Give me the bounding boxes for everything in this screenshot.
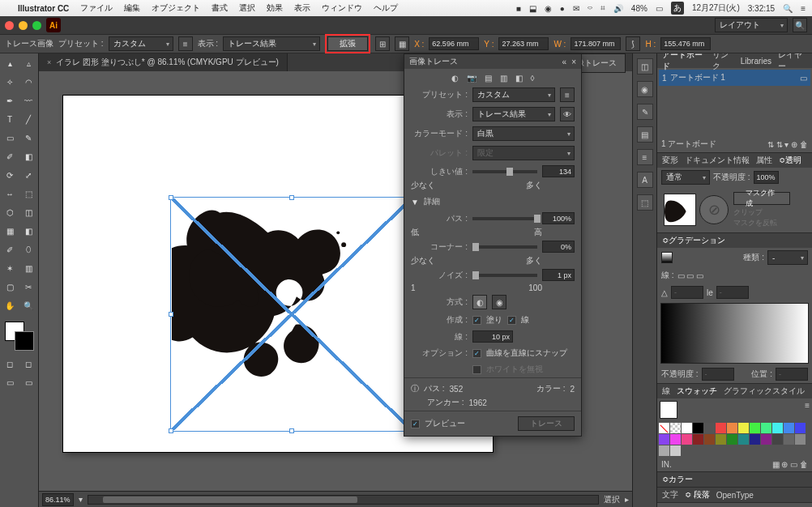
mail-icon[interactable]: ✉︎ (573, 4, 579, 13)
zoom-field[interactable]: 86.11% (42, 493, 74, 506)
menu-type[interactable]: 書式 (212, 2, 228, 14)
swatch-footer-icons[interactable]: ▦ ⊕ ▭ 🗑 (772, 460, 808, 469)
eraser-tool[interactable]: ◧ (19, 147, 37, 165)
tab-links[interactable]: リンク (712, 53, 734, 72)
zoom-tool[interactable]: 🔍 (19, 296, 37, 314)
draw-behind[interactable]: ◻ (19, 355, 37, 373)
menu-object[interactable]: オブジェクト (152, 2, 200, 14)
artboard-options-icon[interactable]: ▭ (800, 74, 807, 83)
line-icon[interactable]: ● (560, 4, 565, 13)
threshold-slider[interactable] (472, 170, 537, 173)
ignore-white-checkbox[interactable] (472, 365, 481, 374)
tab-transform[interactable]: 変形 (662, 155, 678, 166)
dropbox-icon[interactable]: ⬓ (529, 4, 536, 13)
rotate-tool[interactable]: ⟳ (1, 166, 19, 184)
preview-checkbox[interactable]: ✓ (411, 420, 420, 428)
preset-menu-icon[interactable]: ≡ (178, 36, 193, 51)
ctrl-preset-dropdown[interactable]: カスタム (109, 36, 173, 51)
strokes-checkbox[interactable]: ✓ (507, 316, 516, 325)
tab-transparency[interactable]: ≎透明 (779, 155, 801, 166)
paths-value[interactable]: 100% (542, 212, 575, 224)
cc-icon[interactable]: ◉ (545, 4, 552, 13)
menu-edit[interactable]: 編集 (124, 2, 140, 14)
gradient-tool[interactable]: ◧ (19, 222, 37, 240)
width-tool[interactable]: ↔ (1, 185, 19, 202)
scale-tool[interactable]: ⤢ (19, 166, 37, 184)
menu-help[interactable]: ヘルプ (374, 2, 398, 14)
blend-mode-dropdown[interactable]: 通常 (661, 170, 710, 185)
preset-low-icon[interactable]: ▤ (485, 74, 492, 83)
ref-point-icon[interactable]: ▦ (395, 36, 409, 51)
w-field[interactable]: 171.807 mm (571, 37, 621, 50)
direct-selection-tool[interactable]: ▵ (19, 54, 37, 72)
notifications-icon[interactable]: ≡ (801, 4, 806, 13)
detail-section[interactable]: 詳細 (424, 196, 440, 207)
tab-graphic-styles[interactable]: グラフィックスタイル (724, 386, 805, 397)
preset-auto-icon[interactable]: ◐ (451, 74, 459, 83)
tab-artboards[interactable]: アートボード (662, 53, 706, 72)
evernote-icon[interactable]: ■ (516, 4, 521, 13)
stroke-color[interactable] (15, 331, 34, 351)
workspace-dropdown[interactable]: レイアウト (715, 18, 788, 32)
x-field[interactable]: 62.596 mm (429, 37, 479, 50)
lasso-tool[interactable]: ◠ (19, 73, 37, 91)
artboard-reorder-icons[interactable]: ⇅ ⇅ ▾ ⊕ 🗑 (767, 140, 808, 149)
screen-mode[interactable]: ▭ (1, 373, 19, 391)
opacity-field[interactable]: 100% (754, 171, 779, 184)
dock-icon-3[interactable]: ✎ (637, 104, 653, 120)
paintbrush-tool[interactable]: ✎ (19, 129, 37, 147)
tab-gradient[interactable]: ≎グラデーション (662, 235, 725, 246)
tab-color[interactable]: ≎カラー (662, 474, 693, 485)
perspective-tool[interactable]: ◫ (19, 203, 37, 221)
close-tab-icon[interactable]: × (47, 58, 51, 66)
time[interactable]: 3:32:15 (748, 4, 775, 13)
mesh-tool[interactable]: ▦ (1, 222, 19, 240)
view-eye-icon[interactable]: 👁 (560, 107, 575, 121)
date[interactable]: 12月27日(火) (692, 2, 740, 14)
tab-stroke[interactable]: 線 (662, 386, 670, 397)
blend-tool[interactable]: ⬯ (19, 241, 37, 258)
volume-icon[interactable]: 🔊 (613, 4, 623, 13)
paths-slider[interactable] (472, 217, 537, 220)
threshold-value[interactable]: 134 (542, 165, 575, 177)
dock-icon-2[interactable]: ◉ (637, 81, 653, 97)
traffic-lights[interactable] (5, 21, 41, 30)
search-icon[interactable]: 🔍 (793, 18, 807, 32)
screen-mode-full[interactable]: ▭ (19, 373, 37, 391)
zoom-dropdown-icon[interactable]: ▾ (79, 495, 83, 504)
preset-save-icon[interactable]: ≡ (560, 87, 575, 102)
gradient-type-dropdown[interactable]: - (767, 250, 808, 265)
battery-pct[interactable]: 48% (631, 4, 647, 13)
dock-icon-1[interactable]: ◫ (637, 58, 653, 75)
tab-character[interactable]: 文字 (662, 489, 678, 501)
bluetooth-icon[interactable]: ⌗ (600, 3, 605, 13)
y-field[interactable]: 27.263 mm (498, 37, 549, 50)
swatch-grid[interactable] (657, 421, 812, 458)
preset-photo-icon[interactable]: 📷 (467, 74, 477, 83)
menu-view[interactable]: 表示 (294, 2, 310, 14)
pen-tool[interactable]: ✒ (1, 92, 19, 109)
panel-collapse-icon[interactable]: « (562, 58, 567, 66)
method-overlap-icon[interactable]: ◉ (492, 295, 506, 309)
method-abutting-icon[interactable]: ◐ (472, 295, 487, 309)
dock-icon-6[interactable]: A (637, 172, 653, 188)
preset-bw-icon[interactable]: ◧ (515, 74, 523, 83)
hand-tool[interactable]: ✋ (1, 296, 19, 314)
selection-tool[interactable]: ▴ (1, 54, 19, 72)
stroke-width-field[interactable]: 10 px (472, 330, 513, 343)
document-tab[interactable]: × イラレ 図形 塗りつぶし* @ 86.11% (CMYK/GPU プレビュー… (39, 53, 288, 71)
transform-icon[interactable]: ⊞ (375, 36, 390, 51)
magic-wand-tool[interactable]: ✧ (1, 73, 19, 91)
noise-slider[interactable] (472, 274, 537, 277)
preset-gray-icon[interactable]: ▥ (500, 74, 507, 83)
battery-icon[interactable]: ▭ (656, 4, 663, 13)
tab-opentype[interactable]: OpenType (716, 491, 754, 500)
panel-view-dropdown[interactable]: トレース結果 (472, 107, 555, 121)
horizontal-scrollbar[interactable] (88, 495, 599, 505)
artboard-list-item[interactable]: 1アートボード 1 ▭ (659, 70, 810, 86)
type-tool[interactable]: T (1, 110, 19, 128)
fill-stroke-well[interactable] (3, 320, 35, 349)
rectangle-tool[interactable]: ▭ (1, 129, 19, 147)
column-graph-tool[interactable]: ▥ (19, 259, 37, 277)
tab-paragraph[interactable]: ≎ 段落 (685, 489, 710, 501)
